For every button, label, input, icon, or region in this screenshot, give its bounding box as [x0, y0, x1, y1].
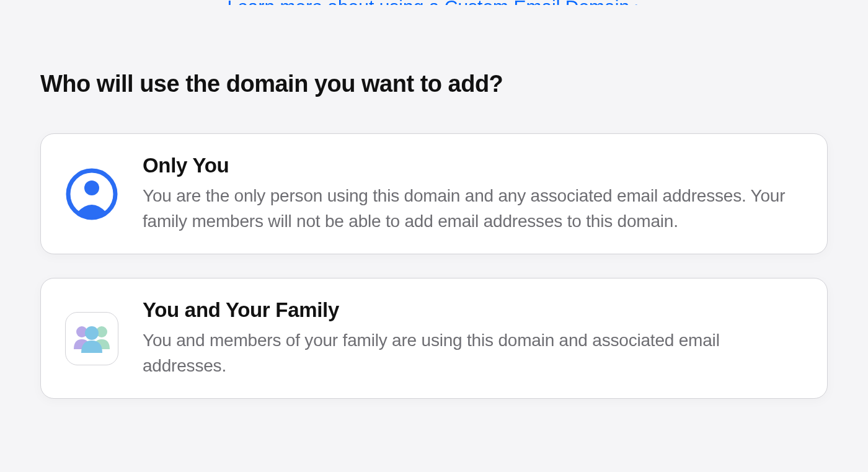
family-group-icon: [65, 312, 118, 365]
option-only-you-description: You are the only person using this domai…: [143, 184, 804, 234]
person-circle-icon: [64, 167, 119, 221]
option-only-you[interactable]: Only You You are the only person using t…: [40, 133, 828, 254]
svg-point-1: [84, 180, 99, 195]
option-family-title: You and Your Family: [143, 298, 804, 322]
svg-point-4: [85, 326, 99, 340]
learn-more-link[interactable]: Learn more about using a Custom Email Do…: [40, 0, 828, 5]
option-you-and-family[interactable]: You and Your Family You and members of y…: [40, 278, 828, 399]
option-only-you-title: Only You: [143, 154, 804, 177]
page-heading: Who will use the domain you want to add?: [40, 71, 828, 97]
option-family-description: You and members of your family are using…: [143, 328, 804, 378]
